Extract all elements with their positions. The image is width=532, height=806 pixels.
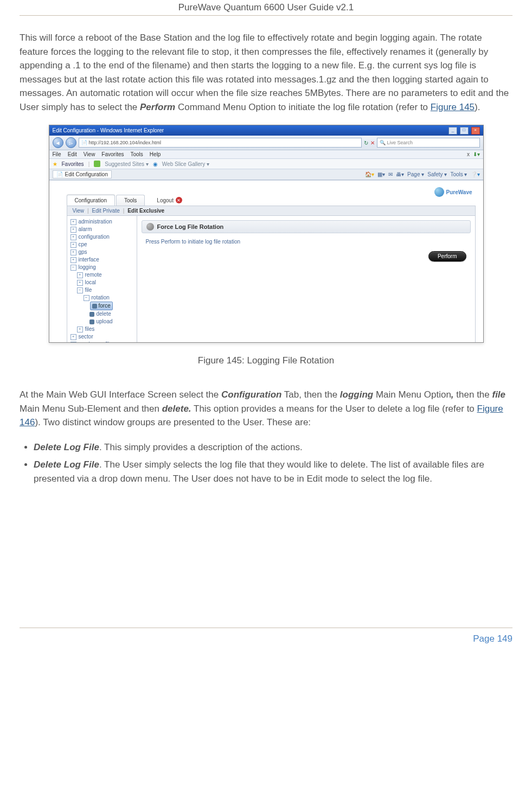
screenshot-ie-window: Edit Configuration - Windows Internet Ex… bbox=[49, 125, 484, 343]
logout-icon: ✕ bbox=[176, 197, 182, 203]
suggested-sites-link[interactable]: Suggested Sites ▾ bbox=[105, 161, 149, 167]
tab-configuration[interactable]: Configuration bbox=[67, 195, 115, 206]
ie-window-buttons: _ □ × bbox=[447, 126, 480, 135]
list-item: Delete Log File. The User simply selects… bbox=[34, 458, 512, 487]
safety-menu[interactable]: Safety ▾ bbox=[427, 171, 447, 177]
gear-icon bbox=[89, 312, 94, 317]
tree-files[interactable]: files bbox=[85, 325, 95, 333]
subtab-edit-private[interactable]: Edit Private bbox=[92, 208, 120, 214]
gear-icon bbox=[89, 319, 94, 324]
page-icon: 📄 bbox=[81, 138, 87, 147]
tree-cpe[interactable]: cpe bbox=[79, 241, 87, 248]
p2-t4: then the bbox=[454, 389, 492, 400]
tree-upload[interactable]: upload bbox=[97, 318, 113, 325]
action-panel: Force Log File Rotation Press Perform to… bbox=[137, 216, 476, 343]
main-split: +administration +alarm +configuration +c… bbox=[67, 216, 476, 343]
tab-title: Edit Configuration bbox=[65, 171, 108, 177]
menu-favorites[interactable]: Favorites bbox=[101, 151, 124, 157]
edit-mode-subtabs: View| Edit Private| Edit Exclusive bbox=[67, 206, 476, 216]
gear-icon bbox=[92, 304, 97, 309]
menu-help[interactable]: Help bbox=[150, 151, 161, 157]
perform-keyword: Perform bbox=[140, 102, 175, 112]
browser-tab[interactable]: 📄 Edit Configuration bbox=[53, 170, 112, 178]
menu-file[interactable]: File bbox=[53, 151, 61, 157]
tab-tools[interactable]: Tools bbox=[116, 195, 145, 206]
page-number: Page 149 bbox=[473, 634, 512, 644]
favorites-star-icon[interactable]: ★ bbox=[53, 161, 57, 167]
logout-button[interactable]: Logout ✕ bbox=[153, 195, 185, 206]
help-icon[interactable]: ❔▾ bbox=[471, 171, 480, 177]
configuration-keyword: Configuration bbox=[221, 389, 281, 400]
delete-keyword: delete. bbox=[162, 404, 191, 414]
tree-administration[interactable]: administration bbox=[79, 218, 112, 226]
back-button[interactable]: ◄ bbox=[53, 137, 63, 148]
tree-interface[interactable]: interface bbox=[79, 256, 99, 264]
tree-gps[interactable]: gps bbox=[79, 248, 87, 256]
feeds-icon[interactable]: ▦▾ bbox=[377, 171, 385, 177]
subtab-edit-exclusive[interactable]: Edit Exclusive bbox=[127, 208, 164, 214]
home-icon[interactable]: 🏠▾ bbox=[365, 171, 374, 177]
tree-sector[interactable]: sector bbox=[79, 333, 93, 341]
tree-logging[interactable]: logging bbox=[79, 264, 96, 271]
intro-text-2: Command Menu Option to initiate the log … bbox=[175, 102, 431, 112]
menubar-close[interactable]: x ⬇▾ bbox=[467, 151, 480, 157]
page-footer: Page 149 bbox=[20, 628, 512, 661]
favorites-divider: | bbox=[88, 161, 90, 167]
ie-tabbar: 📄 Edit Configuration 🏠▾ ▦▾ ✉ 🖶▾ Page ▾ S… bbox=[49, 169, 483, 180]
minimize-button[interactable]: _ bbox=[448, 127, 457, 135]
p2-t6: This option provides a means for the Use… bbox=[191, 404, 477, 414]
tree-service-profile[interactable]: service-profile bbox=[79, 341, 112, 343]
app-tabs: Configuration Tools Logout ✕ PureWave bbox=[67, 187, 483, 206]
bullet2-head: Delete Log File bbox=[34, 459, 99, 470]
web-slice-link[interactable]: Web Slice Gallery ▾ bbox=[162, 161, 209, 167]
search-icon: 🔍 bbox=[380, 138, 386, 147]
search-box[interactable]: 🔍 Live Search bbox=[377, 138, 480, 148]
gear-icon bbox=[146, 223, 154, 231]
tree-remote[interactable]: remote bbox=[85, 271, 102, 279]
file-keyword: file bbox=[492, 389, 505, 400]
tree-delete[interactable]: delete bbox=[97, 310, 111, 318]
ie-tool-buttons: 🏠▾ ▦▾ ✉ 🖶▾ Page ▾ Safety ▾ Tools ▾ ❔▾ bbox=[365, 171, 479, 177]
tree-alarm[interactable]: alarm bbox=[79, 226, 92, 233]
url-field[interactable]: 📄 http://192.168.200.104/index.html bbox=[79, 138, 362, 148]
page-content: Configuration Tools Logout ✕ PureWave Vi… bbox=[49, 180, 483, 343]
nav-tree[interactable]: +administration +alarm +configuration +c… bbox=[67, 216, 137, 343]
brand-icon bbox=[434, 187, 444, 197]
bullet2-text: . The User simply selects the log file t… bbox=[34, 459, 484, 484]
subtab-view[interactable]: View bbox=[73, 208, 85, 214]
search-placeholder: Live Search bbox=[387, 138, 413, 147]
tree-configuration[interactable]: configuration bbox=[79, 233, 110, 241]
intro-text-3: ). bbox=[475, 102, 480, 112]
page-menu[interactable]: Page ▾ bbox=[407, 171, 424, 177]
print-icon[interactable]: 🖶▾ bbox=[396, 171, 404, 177]
refresh-icon[interactable]: ↻ bbox=[364, 140, 368, 146]
panel-title: Force Log File Rotation bbox=[157, 223, 224, 230]
p2-t7: ). Two distinct window groups are presen… bbox=[35, 417, 311, 427]
p2-t1: At the Main Web GUI Interface Screen sel… bbox=[20, 389, 221, 400]
mail-icon[interactable]: ✉ bbox=[388, 171, 393, 177]
figure-caption: Figure 145: Logging File Rotation bbox=[20, 355, 512, 366]
tree-local[interactable]: local bbox=[85, 279, 97, 286]
tree-force[interactable]: force bbox=[90, 302, 113, 310]
web-slice-icon[interactable]: ◉ bbox=[153, 161, 158, 167]
favorites-label[interactable]: Favorites bbox=[62, 161, 84, 167]
bullet-list: Delete Log File. This simply provides a … bbox=[34, 440, 512, 487]
forward-button[interactable]: ▻ bbox=[66, 137, 76, 148]
tree-file[interactable]: file bbox=[85, 286, 92, 294]
menu-tools[interactable]: Tools bbox=[130, 151, 143, 157]
brand-logo: PureWave bbox=[434, 187, 472, 197]
panel-message: Press Perform to initiate log file rotat… bbox=[142, 238, 471, 246]
p2-t2: Tab, then the bbox=[281, 389, 339, 400]
perform-button[interactable]: Perform bbox=[428, 251, 466, 261]
suggested-sites-icon[interactable] bbox=[94, 161, 100, 167]
menu-edit[interactable]: Edit bbox=[68, 151, 77, 157]
bullet1-head: Delete Log File bbox=[34, 442, 99, 452]
tree-rotation[interactable]: rotation bbox=[92, 294, 110, 302]
tools-menu[interactable]: Tools ▾ bbox=[450, 171, 467, 177]
menu-view[interactable]: View bbox=[84, 151, 95, 157]
maximize-button[interactable]: □ bbox=[460, 127, 469, 135]
stop-icon[interactable]: ✕ bbox=[370, 140, 375, 146]
figure-145-ref[interactable]: Figure 145 bbox=[431, 102, 475, 112]
list-item: Delete Log File. This simply provides a … bbox=[34, 440, 512, 455]
close-button[interactable]: × bbox=[471, 127, 480, 135]
